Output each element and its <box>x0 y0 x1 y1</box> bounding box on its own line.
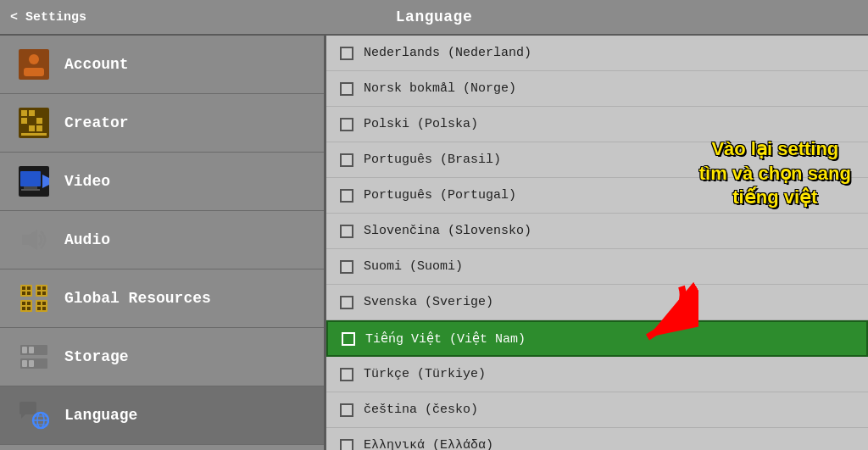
sidebar-item-creator-label: Creator <box>64 114 129 131</box>
svg-rect-5 <box>29 110 35 116</box>
header-title: Language <box>396 8 472 25</box>
svg-rect-9 <box>36 118 42 124</box>
svg-rect-16 <box>24 186 37 189</box>
language-label-pl: Polski (Polska) <box>364 117 478 131</box>
language-label-pt-PT: Português (Portugal) <box>364 188 516 203</box>
language-checkbox-fi <box>340 260 353 274</box>
language-checkbox-sk <box>340 225 353 238</box>
language-item-el[interactable]: Ελληνικά (Ελλάδα) <box>326 428 868 450</box>
language-item-cs[interactable]: čeština (česko) <box>326 392 868 428</box>
language-checkbox-el <box>340 439 353 451</box>
svg-rect-7 <box>21 118 27 124</box>
sidebar-item-creator[interactable]: Creator <box>0 94 324 153</box>
svg-rect-2 <box>24 68 44 76</box>
svg-rect-28 <box>42 286 46 290</box>
sidebar-item-account[interactable]: Account <box>0 36 324 94</box>
sidebar-item-video-label: Video <box>64 173 110 190</box>
svg-rect-23 <box>27 286 31 290</box>
audio-icon <box>17 223 51 257</box>
svg-rect-33 <box>27 302 31 305</box>
sidebar-item-video[interactable]: Video <box>0 153 324 211</box>
language-label-sk: Slovenčina (Slovensko) <box>364 224 531 238</box>
language-item-vi[interactable]: Tiếng Việt (Việt Nam) <box>326 320 868 357</box>
svg-rect-11 <box>29 125 35 131</box>
language-label-nl: Nederlands (Nederland) <box>364 46 531 60</box>
back-label: < Settings <box>10 10 86 25</box>
svg-rect-30 <box>42 292 46 295</box>
sidebar-item-audio[interactable]: Audio <box>0 211 324 269</box>
creator-icon <box>17 106 51 140</box>
svg-rect-4 <box>21 110 27 116</box>
svg-rect-10 <box>21 125 27 131</box>
svg-rect-13 <box>21 133 47 136</box>
language-checkbox-pt-BR <box>340 153 353 167</box>
language-checkbox-pl <box>340 118 353 131</box>
sidebar-item-global-resources-label: Global Resources <box>64 290 211 307</box>
language-label-fi: Suomi (Suomi) <box>364 259 463 274</box>
sidebar-item-storage-label: Storage <box>64 348 129 365</box>
main-content: Account <box>0 36 868 450</box>
svg-rect-25 <box>27 292 31 295</box>
language-label-el: Ελληνικά (Ελλάδα) <box>364 438 493 450</box>
language-list[interactable]: Nederlands (Nederland)Norsk bokmål (Norg… <box>326 36 868 450</box>
content-panel: Nederlands (Nederland)Norsk bokmål (Norg… <box>326 36 868 450</box>
svg-rect-1 <box>29 54 39 64</box>
language-item-tr[interactable]: Türkçe (Türkiye) <box>326 357 868 392</box>
sidebar-item-audio-label: Audio <box>64 231 110 248</box>
svg-rect-47 <box>19 402 36 414</box>
svg-rect-34 <box>22 307 25 310</box>
app-container: < Settings Language Account <box>0 0 868 450</box>
svg-rect-32 <box>22 302 25 305</box>
language-label-nb: Norsk bokmål (Norge) <box>364 81 516 96</box>
sidebar-item-language-label: Language <box>64 407 137 424</box>
language-checkbox-pt-PT <box>340 189 353 203</box>
sidebar-item-account-label: Account <box>64 56 129 73</box>
language-label-vi: Tiếng Việt (Việt Nam) <box>365 331 526 347</box>
svg-rect-29 <box>37 292 41 295</box>
language-checkbox-sv <box>340 296 353 309</box>
language-icon <box>17 398 51 432</box>
language-item-nb[interactable]: Norsk bokmål (Norge) <box>326 71 868 107</box>
language-item-sk[interactable]: Slovenčina (Slovensko) <box>326 214 868 249</box>
svg-rect-42 <box>22 347 27 353</box>
sidebar-item-global-resources[interactable]: Global Resources <box>0 269 324 328</box>
sidebar-item-storage[interactable]: Storage <box>0 328 324 386</box>
language-checkbox-nl <box>340 47 353 60</box>
account-icon <box>17 47 51 81</box>
language-item-fi[interactable]: Suomi (Suomi) <box>326 249 868 285</box>
svg-rect-15 <box>20 171 41 186</box>
header: < Settings Language <box>0 0 868 36</box>
language-item-sv[interactable]: Svenska (Sverige) <box>326 285 868 320</box>
language-label-sv: Svenska (Sverige) <box>364 295 493 309</box>
svg-rect-12 <box>36 125 42 131</box>
language-label-cs: čeština (česko) <box>364 403 478 417</box>
language-label-pt-BR: Português (Brasil) <box>364 153 501 167</box>
language-item-pt-PT[interactable]: Português (Portugal) <box>326 178 868 214</box>
svg-rect-46 <box>29 360 34 367</box>
svg-rect-45 <box>22 360 27 367</box>
svg-rect-27 <box>37 286 41 290</box>
language-item-nl[interactable]: Nederlands (Nederland) <box>326 36 868 71</box>
svg-rect-39 <box>37 307 41 310</box>
svg-rect-38 <box>42 302 46 305</box>
language-item-pl[interactable]: Polski (Polska) <box>326 107 868 142</box>
svg-rect-8 <box>29 118 35 124</box>
video-icon <box>17 164 51 198</box>
svg-rect-6 <box>36 110 42 116</box>
language-label-tr: Türkçe (Türkiye) <box>364 367 486 381</box>
sidebar: Account <box>0 36 326 450</box>
language-checkbox-tr <box>340 368 353 381</box>
global-resources-icon <box>17 281 51 315</box>
svg-rect-24 <box>22 292 25 295</box>
back-button[interactable]: < Settings <box>10 10 86 25</box>
language-checkbox-cs <box>340 403 353 417</box>
svg-rect-35 <box>27 307 31 310</box>
svg-rect-43 <box>29 347 34 353</box>
svg-marker-48 <box>21 414 25 419</box>
svg-rect-17 <box>21 189 40 191</box>
language-checkbox-nb <box>340 82 353 96</box>
svg-rect-22 <box>22 286 25 290</box>
sidebar-item-language[interactable]: Language <box>0 386 324 445</box>
language-item-pt-BR[interactable]: Português (Brasil) <box>326 142 868 178</box>
svg-rect-40 <box>42 307 46 310</box>
